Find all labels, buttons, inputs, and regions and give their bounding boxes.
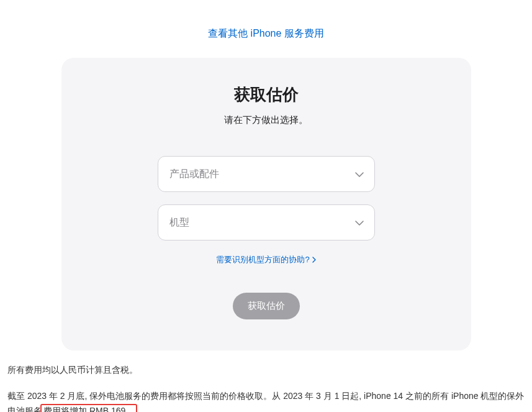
- price-increase-highlight: 费用将增加 RMB 169。: [40, 404, 137, 412]
- product-select-placeholder: 产品或配件: [169, 168, 219, 181]
- view-other-services-link[interactable]: 查看其他 iPhone 服务费用: [208, 28, 324, 39]
- model-select-wrapper: 机型: [158, 204, 375, 240]
- card-title: 获取估价: [86, 84, 446, 106]
- footer-text: 所有费用均以人民币计算且含税。 截至 2023 年 2 月底, 保外电池服务的费…: [6, 350, 526, 412]
- model-select[interactable]: 机型: [158, 204, 375, 240]
- chevron-right-icon: [312, 257, 316, 263]
- estimate-card: 获取估价 请在下方做出选择。 产品或配件 机型 需要识别机型方面: [61, 58, 471, 350]
- submit-row: 获取估价: [86, 293, 446, 319]
- help-link-text: 需要识别机型方面的协助?: [216, 254, 309, 265]
- get-estimate-button[interactable]: 获取估价: [233, 293, 300, 319]
- product-select-wrapper: 产品或配件: [158, 156, 375, 192]
- footer-line-1: 所有费用均以人民币计算且含税。: [7, 363, 526, 378]
- footer-line-2: 截至 2023 年 2 月底, 保外电池服务的费用都将按照当前的价格收取。从 2…: [7, 389, 526, 412]
- model-select-placeholder: 机型: [169, 216, 189, 229]
- top-link-wrapper: 查看其他 iPhone 服务费用: [6, 0, 526, 58]
- product-select[interactable]: 产品或配件: [158, 156, 375, 192]
- card-subtitle: 请在下方做出选择。: [86, 114, 446, 126]
- identify-model-help-link[interactable]: 需要识别机型方面的协助?: [216, 254, 315, 265]
